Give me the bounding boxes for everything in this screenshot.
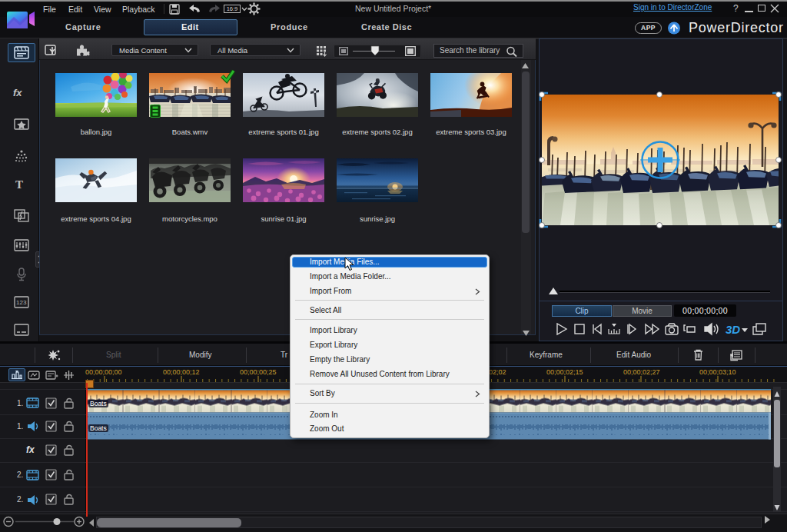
svg-text:3D: 3D [726, 323, 740, 336]
svg-text:123: 123 [16, 299, 27, 306]
